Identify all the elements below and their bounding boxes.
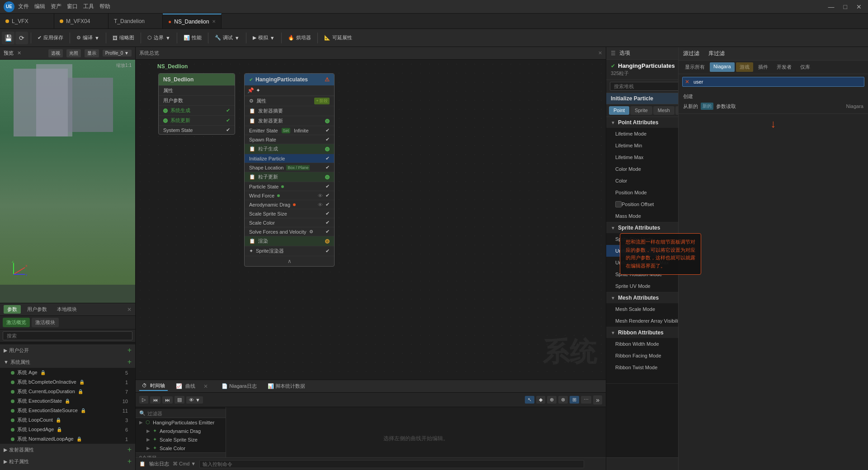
display-btn[interactable]: 显示 <box>85 49 99 57</box>
tl-btn-key[interactable]: ◆ <box>536 396 545 404</box>
node-item-init-particle[interactable]: Initialize Particle ✔ <box>245 154 334 163</box>
tl-btn-active[interactable]: ⊞ <box>570 396 579 404</box>
select-btn[interactable]: 选视 <box>48 49 63 57</box>
section-system-props[interactable]: ▼ 系统属性 + <box>0 356 135 368</box>
node-item-shape-location[interactable]: Shape Location Box / Plane ✔ <box>245 163 334 172</box>
menu-asset[interactable]: 资产 <box>51 3 61 10</box>
menu-help[interactable]: 帮助 <box>99 3 110 10</box>
sf-tab-game[interactable]: 游戏 <box>736 62 753 72</box>
minimize-button[interactable]: — <box>826 2 837 11</box>
toolbar-compile[interactable]: ⚙ 编译 ▼ <box>73 33 103 43</box>
node-item-solve[interactable]: Solve Forces and Velocity ⚙ ✔ <box>245 227 334 236</box>
node-expand-btn[interactable]: ∧ <box>245 256 334 266</box>
tab-lvfx[interactable]: L_VFX <box>0 14 54 28</box>
tl-btn-cursor[interactable]: ↖ <box>525 396 534 404</box>
toolbar-performance[interactable]: 📊 性能 <box>180 33 205 43</box>
toolbar-debug[interactable]: 🔧 调试 ▼ <box>211 33 243 43</box>
tab-sprite[interactable]: Sprite <box>630 106 652 115</box>
tl-item-aerodrag[interactable]: ▶ ✦ Aerodynamic Drag <box>136 427 226 435</box>
preview-canvas[interactable]: X Z Y 缩放1:1 <box>0 60 135 303</box>
node-item-particle-update[interactable]: 📋 粒子更新 <box>245 172 334 182</box>
node-item-particle-state[interactable]: Particle State ✔ <box>245 182 334 191</box>
node-canvas[interactable]: NS_Dedlion 属性 用户参数 系统生成 ✔ 系统更新 ✔ <box>136 60 606 380</box>
add-emitter-btn[interactable]: + <box>127 446 132 454</box>
sf-tab-niagara[interactable]: Niagara <box>710 62 735 72</box>
position-offset-checkbox[interactable] <box>615 201 622 207</box>
menu-file[interactable]: 文件 <box>18 3 29 10</box>
node-item-emitter-state[interactable]: Emitter State Set Infinite ✔ <box>245 126 334 135</box>
tl-tab-curve[interactable]: 📈 曲线 <box>173 382 198 390</box>
node-item-render[interactable]: 📋 渲染 <box>245 236 334 246</box>
tab-close-icon[interactable]: ✕ <box>212 19 216 24</box>
close-button[interactable]: ✕ <box>854 2 864 11</box>
tl-btn-more[interactable]: ⋯ <box>581 396 591 404</box>
preview-close-btn[interactable]: ✕ <box>17 50 21 56</box>
tl-tab-timeline[interactable]: ⏱ 时间轴 <box>139 381 168 391</box>
activate-overview-btn[interactable]: 激活概览 <box>3 318 30 327</box>
tl-item-scalesize[interactable]: ▶ ✦ Scale Sprite Size <box>136 435 226 444</box>
node-item-sprite-renderer[interactable]: ✦ Sprite渲染器 ✔ <box>245 246 334 256</box>
tl-btn-expand[interactable]: » <box>593 395 602 404</box>
tl-close-btn[interactable]: ✕ <box>203 383 208 390</box>
toolbar-icon2[interactable]: ⟳ <box>15 32 28 44</box>
toolbar-scalability[interactable]: 📐 可延展性 <box>321 33 356 43</box>
toolbar-save-icon[interactable]: 💾 <box>2 32 14 44</box>
sf-tab-plugin[interactable]: 插件 <box>755 62 772 72</box>
filter-input[interactable] <box>147 411 222 416</box>
sf-search-input[interactable] <box>682 77 864 87</box>
niagara-log-tab[interactable]: 📄 Niagara日志 <box>219 382 259 390</box>
sf-tab-library[interactable]: 仅库 <box>797 62 814 72</box>
toolbar-apply-save[interactable]: ✔ 应用保存 <box>34 33 67 43</box>
params-tab-params[interactable]: 参数 <box>4 305 21 314</box>
tl-toolbar-eye[interactable]: 👁 ▼ <box>186 396 203 404</box>
section-emitter[interactable]: ▶ 发射器属性 + <box>0 444 135 456</box>
add-user-public-btn[interactable]: + <box>127 346 132 354</box>
node-item-emitter-summary[interactable]: 📋 发射器摘要 <box>245 106 334 116</box>
tl-toolbar-btn2[interactable]: ⏮ <box>150 396 160 404</box>
node-item-property[interactable]: 属性 <box>159 85 235 95</box>
close-params-icon[interactable]: ✕ <box>127 306 132 313</box>
system-overview-close[interactable]: ✕ <box>598 50 602 56</box>
node-item-attr[interactable]: ⚙ 属性 + 阶段 <box>245 96 334 106</box>
script-stats-tab[interactable]: 📊 脚本统计数据 <box>265 382 308 390</box>
output-log-btn[interactable]: 输出日志 <box>149 461 169 467</box>
sf-tab-all[interactable]: 显示所有 <box>681 62 708 72</box>
maximize-button[interactable]: □ <box>841 2 850 11</box>
node-item-user-params[interactable]: 用户参数 <box>159 95 235 105</box>
cmd-input[interactable] <box>199 460 584 468</box>
node-item-scalesize[interactable]: Scale Sprite Size ✔ <box>245 209 334 218</box>
toolbar-simulate[interactable]: ▶ 模拟 ▼ <box>249 33 278 43</box>
tab-tdandelion[interactable]: T_Dandelion <box>108 14 163 28</box>
toolbar-baker[interactable]: 🔥 烘培器 <box>284 33 315 43</box>
node-ns-dedlion[interactable]: NS_Dedlion 属性 用户参数 系统生成 ✔ 系统更新 ✔ <box>158 73 235 135</box>
node-item-aerodrag[interactable]: Aerodynamic Drag 👁 ✔ <box>245 200 334 209</box>
section-particle[interactable]: ▶ 粒子属性 + <box>0 456 135 467</box>
toolbar-thumbnail[interactable]: 🖼 缩略图 <box>109 33 138 43</box>
profile-btn[interactable]: Profile_0 ▼ <box>103 50 132 56</box>
tl-toolbar-btn4[interactable]: ▤ <box>175 396 184 404</box>
node-item-state[interactable]: System State ✔ <box>159 125 235 134</box>
node-item-wind[interactable]: Wind Force 👁 ✔ <box>245 191 334 200</box>
toolbar-boundary[interactable]: ⬡ 边界 ▼ <box>144 33 174 43</box>
tl-item-scalecolor[interactable]: ▶ ✦ Scale Color <box>136 444 226 452</box>
add-system-btn[interactable]: + <box>127 358 132 366</box>
menu-edit[interactable]: 编辑 <box>34 3 45 10</box>
params-tab-local[interactable]: 本地模块 <box>53 305 80 314</box>
node-hanging-particulates[interactable]: ✔ HangingParticulates ⚠ 📌 ✦ ⚙ 属性 + 阶段 📋 … <box>244 73 335 267</box>
node-item-sys-gen[interactable]: 系统生成 ✔ <box>159 105 235 115</box>
tab-point[interactable]: Point <box>609 106 629 115</box>
add-particle-btn[interactable]: + <box>127 457 132 465</box>
params-tab-user[interactable]: 用户参数 <box>24 305 51 314</box>
tab-mesh[interactable]: Mesh <box>653 106 675 115</box>
section-module-output[interactable]: ▶ 模块输出 + <box>0 467 135 470</box>
node-item-scalecolor[interactable]: Scale Color ✔ <box>245 218 334 227</box>
menu-window[interactable]: 窗口 <box>67 3 78 10</box>
node-item-sys-update[interactable]: 系统更新 ✔ <box>159 115 235 125</box>
tl-btn-nav[interactable]: ⊕ <box>547 396 557 404</box>
tab-mvfx04[interactable]: M_VFX04 <box>54 14 108 28</box>
node-item-emitter-update[interactable]: 📋 发射器更新 <box>245 116 334 126</box>
section-user-public[interactable]: ▶ 用户公开 + <box>0 344 135 356</box>
tab-nsdandelion[interactable]: ● NS_Dandelion ✕ <box>163 14 222 28</box>
sf-close-icon[interactable]: ✕ <box>685 79 689 85</box>
node-item-particle-gen[interactable]: 📋 粒子生成 <box>245 144 334 154</box>
